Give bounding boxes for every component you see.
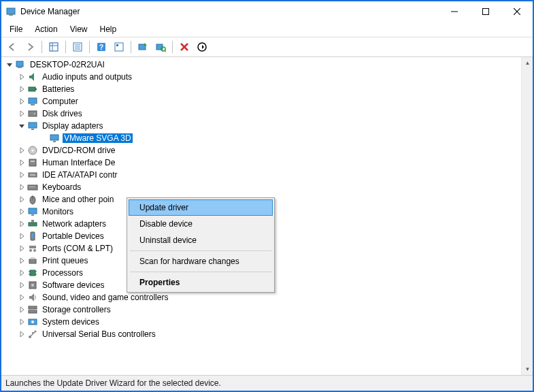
ctx-uninstall-device[interactable]: Uninstall device — [129, 232, 273, 248]
toolbar-separator — [172, 41, 173, 53]
tree-node-label: Batteries — [41, 84, 76, 94]
battery-icon — [27, 84, 38, 95]
svg-rect-42 — [29, 186, 31, 187]
action-button[interactable] — [111, 39, 127, 54]
ctx-scan-hardware[interactable]: Scan for hardware changes — [129, 253, 273, 270]
statusbar: Launches the Update Driver Wizard for th… — [1, 375, 533, 391]
expand-icon[interactable] — [18, 208, 26, 216]
close-button[interactable] — [501, 1, 533, 22]
expand-icon[interactable] — [18, 257, 26, 265]
svg-line-20 — [165, 50, 166, 52]
tree-node-keyboard[interactable]: Keyboards — [1, 181, 533, 193]
scroll-down-icon[interactable]: ▼ — [522, 363, 533, 375]
ctx-update-driver[interactable]: Update driver — [129, 199, 273, 216]
svg-rect-28 — [29, 111, 37, 116]
svg-rect-48 — [31, 214, 34, 216]
tree-node-dvd[interactable]: DVD/CD-ROM drive — [1, 144, 533, 157]
tree-node-system[interactable]: System devices — [1, 316, 533, 328]
expand-icon[interactable] — [18, 183, 26, 191]
ports-icon — [27, 243, 38, 254]
svg-rect-32 — [50, 135, 59, 140]
audio-icon — [27, 71, 38, 82]
svg-point-64 — [31, 284, 34, 287]
maximize-button[interactable] — [470, 1, 501, 22]
expand-icon[interactable] — [18, 110, 26, 118]
svg-text:?: ? — [99, 44, 103, 51]
svg-rect-15 — [115, 43, 123, 51]
tree-root-node[interactable]: DESKTOP-02R2UAI — [1, 59, 533, 71]
tree-node-label: Storage controllers — [41, 305, 112, 314]
svg-rect-0 — [7, 8, 15, 14]
expand-icon[interactable] — [18, 159, 26, 167]
svg-rect-6 — [50, 43, 58, 51]
tree-node-usb[interactable]: Universal Serial Bus controllers — [1, 328, 533, 340]
ctx-disable-device[interactable]: Disable device — [129, 216, 273, 232]
ctx-properties[interactable]: Properties — [129, 274, 273, 291]
properties-button[interactable] — [69, 39, 86, 54]
tree-node-label: Disk drives — [41, 109, 84, 118]
expand-icon[interactable] — [18, 195, 26, 203]
svg-rect-38 — [29, 173, 37, 177]
tree-node-label: Print queues — [41, 256, 89, 265]
svg-rect-58 — [30, 270, 35, 276]
collapse-icon[interactable] — [5, 61, 14, 69]
menu-help[interactable]: Help — [95, 23, 122, 35]
expand-icon[interactable] — [18, 281, 26, 289]
sound-icon — [27, 292, 38, 303]
collapse-icon[interactable] — [18, 122, 26, 130]
back-button[interactable] — [4, 39, 20, 54]
portable-icon — [27, 231, 38, 242]
expand-icon[interactable] — [18, 146, 26, 154]
uninstall-button[interactable] — [176, 39, 193, 54]
expand-icon[interactable] — [18, 244, 26, 252]
menu-action[interactable]: Action — [29, 23, 63, 35]
scroll-up-icon[interactable]: ▲ — [522, 57, 533, 69]
tree-node-child-display[interactable]: VMware SVGA 3D — [1, 132, 533, 144]
window-title: Device Manager — [20, 7, 439, 16]
expand-icon[interactable] — [18, 330, 26, 338]
svg-point-71 — [35, 331, 37, 333]
tree-node-hid[interactable]: Human Interface De — [1, 157, 533, 169]
monitor-icon — [27, 206, 38, 217]
svg-point-29 — [34, 113, 35, 114]
svg-rect-33 — [53, 141, 56, 142]
tree-node-storage[interactable]: Storage controllers — [1, 304, 533, 316]
tree-node-disk[interactable]: Disk drives — [1, 108, 533, 120]
tree-node-display[interactable]: Display adapters — [1, 120, 533, 132]
device-tree[interactable]: DESKTOP-02R2UAIAudio inputs and outputsB… — [1, 57, 533, 375]
titlebar: Device Manager — [1, 1, 533, 22]
ide-icon — [27, 169, 38, 180]
system-icon — [27, 316, 38, 327]
expand-icon[interactable] — [18, 269, 26, 277]
tree-node-ide[interactable]: IDE ATA/ATAPI contr — [1, 169, 533, 181]
scrollbar-vertical[interactable]: ▲ ▼ — [521, 57, 533, 375]
tree-node-battery[interactable]: Batteries — [1, 83, 533, 95]
disable-button[interactable] — [194, 39, 210, 54]
expand-icon[interactable] — [18, 171, 26, 179]
tree-node-sound[interactable]: Sound, video and game controllers — [1, 291, 533, 304]
hid-icon — [27, 157, 38, 168]
expand-icon[interactable] — [18, 220, 26, 228]
expand-icon[interactable] — [18, 73, 26, 81]
expand-icon[interactable] — [18, 318, 26, 326]
update-driver-button[interactable] — [135, 39, 151, 54]
svg-rect-1 — [9, 14, 13, 16]
expand-icon[interactable] — [18, 232, 26, 240]
expand-icon[interactable] — [18, 97, 26, 105]
minimize-button[interactable] — [439, 1, 470, 22]
expand-icon[interactable] — [18, 85, 26, 93]
expand-icon[interactable] — [18, 293, 26, 301]
menu-file[interactable]: File — [4, 23, 28, 35]
expand-icon[interactable] — [18, 306, 26, 314]
tree-node-label: Computer — [41, 97, 80, 106]
forward-button[interactable] — [22, 39, 38, 54]
no-expander — [39, 134, 48, 142]
tree-node-computer[interactable]: Computer — [1, 95, 533, 108]
tree-node-audio[interactable]: Audio inputs and outputs — [1, 71, 533, 83]
show-hidden-button[interactable] — [46, 39, 62, 54]
help-button[interactable]: ? — [93, 39, 110, 54]
svg-rect-43 — [31, 186, 33, 187]
scan-hardware-button[interactable] — [152, 39, 169, 54]
menu-view[interactable]: View — [65, 23, 93, 35]
svg-rect-37 — [31, 161, 35, 162]
